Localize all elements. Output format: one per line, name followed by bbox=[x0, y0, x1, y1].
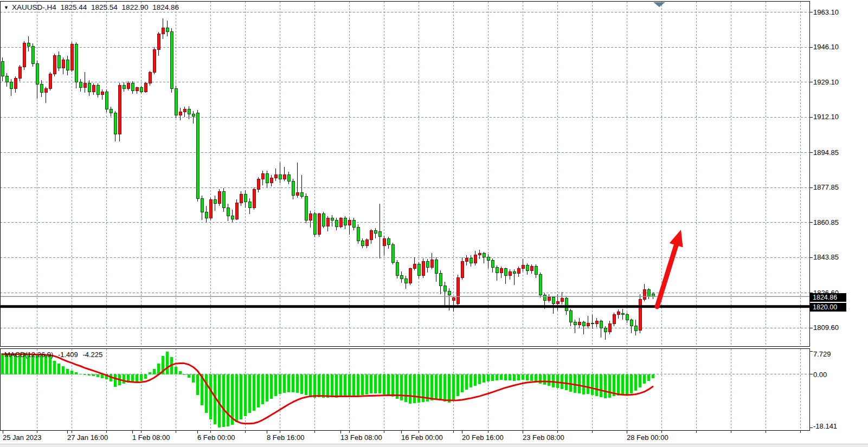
price-axis-tick: 1877.85 bbox=[813, 183, 839, 191]
price-axis-tick: 1843.85 bbox=[813, 253, 839, 261]
hline-price-badge: 1820.00 bbox=[810, 303, 846, 312]
ohlc-high: 1825.54 bbox=[91, 3, 118, 11]
time-axis-tick: 25 Jan 2023 bbox=[3, 433, 42, 442]
macd-axis-tick: 7.729 bbox=[813, 350, 831, 358]
ohlc-close: 1824.86 bbox=[152, 3, 179, 11]
price-axis-tick: 1809.60 bbox=[813, 323, 839, 332]
symbol-header: ▼XAUUSD-,H4 1825.44 1825.54 1822.90 1824… bbox=[4, 3, 181, 11]
price-axis-tick: 1912.10 bbox=[813, 113, 839, 121]
time-axis-tick: 6 Feb 00:00 bbox=[197, 433, 235, 442]
time-axis-tick: 23 Feb 08:00 bbox=[523, 433, 564, 442]
ohlc-open: 1825.44 bbox=[60, 3, 87, 11]
price-axis-tick: 1946.10 bbox=[813, 43, 839, 51]
macd-name: MACD(12,26,9) bbox=[4, 351, 53, 359]
macd-indicator-label: MACD(12,26,9) -1.409 -4.225 bbox=[4, 351, 105, 359]
price-axis-tick: 1963.10 bbox=[813, 8, 839, 16]
time-axis-tick: 28 Feb 00:00 bbox=[627, 433, 668, 442]
time-axis-tick: 27 Jan 16:00 bbox=[67, 433, 108, 442]
chart-canvas[interactable] bbox=[0, 0, 868, 447]
ohlc-low: 1822.90 bbox=[122, 3, 149, 11]
time-axis-tick: 13 Feb 08:00 bbox=[340, 433, 382, 442]
macd-signal-value: -4.225 bbox=[82, 351, 102, 359]
trading-chart-window: ▼XAUUSD-,H4 1825.44 1825.54 1822.90 1824… bbox=[0, 0, 868, 447]
price-axis-tick: 1894.85 bbox=[813, 148, 839, 157]
time-axis-tick: 8 Feb 16:00 bbox=[267, 433, 304, 442]
window-bottom-edge bbox=[0, 444, 868, 447]
symbol-dropdown-icon[interactable]: ▼ bbox=[4, 5, 9, 10]
price-axis-tick: 1929.10 bbox=[813, 78, 839, 86]
chart-shift-marker-icon[interactable] bbox=[653, 2, 665, 7]
symbol-period-label: XAUUSD-,H4 bbox=[12, 3, 56, 11]
time-axis-tick: 16 Feb 00:00 bbox=[401, 433, 443, 442]
trend-arrow[interactable] bbox=[657, 230, 683, 307]
time-axis-tick: 1 Feb 08:00 bbox=[132, 433, 170, 442]
time-axis-tick: 20 Feb 16:00 bbox=[462, 433, 504, 442]
price-axis-tick: 1860.85 bbox=[813, 218, 839, 226]
current-price-badge: 1824.86 bbox=[810, 293, 846, 302]
macd-axis-tick: 0.00 bbox=[813, 371, 827, 379]
macd-axis-tick: -18.141 bbox=[813, 422, 837, 430]
macd-value: -1.409 bbox=[58, 351, 78, 359]
